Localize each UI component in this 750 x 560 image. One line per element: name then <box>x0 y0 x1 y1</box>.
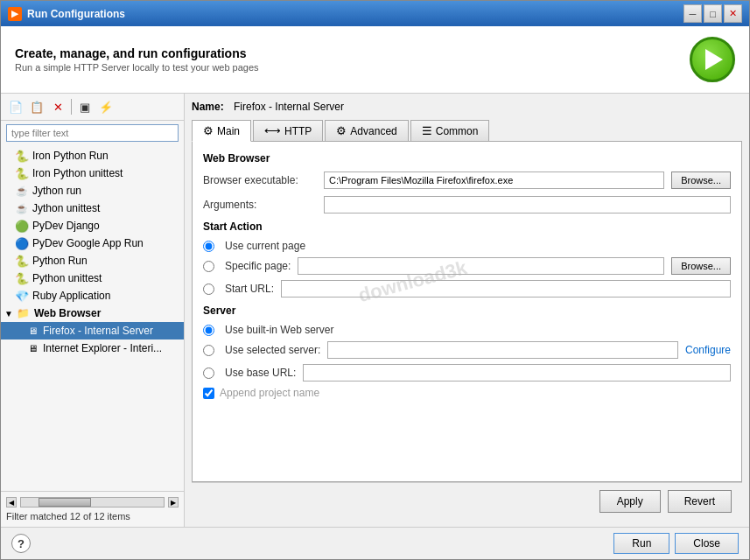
selected-server-radio[interactable] <box>203 345 214 356</box>
filter-input[interactable] <box>6 124 179 142</box>
run-button[interactable] <box>690 37 735 82</box>
tab-main[interactable]: ⚙ Main <box>192 120 251 142</box>
start-action-section-label: Start Action <box>203 220 731 233</box>
tree-item-iron-python-unittest[interactable]: 🐍 Iron Python unittest <box>1 164 184 182</box>
tree-item-label: Iron Python unittest <box>32 167 123 179</box>
base-url-input[interactable] <box>303 364 731 382</box>
ie-internal-icon: 🖥 <box>25 341 39 355</box>
selected-server-dropdown[interactable] <box>327 341 678 359</box>
title-bar: ▶ Run Configurations ─ □ ✕ <box>1 1 749 26</box>
jython-run-icon: ☕ <box>15 184 29 198</box>
use-current-page-radio[interactable] <box>203 241 214 252</box>
help-button[interactable]: ? <box>11 534 31 553</box>
horizontal-scrollbar[interactable] <box>20 497 165 508</box>
use-current-page-label: Use current page <box>225 240 305 252</box>
selected-server-row: Use selected server: Configure <box>203 341 731 359</box>
start-url-row: Start URL: <box>203 280 731 298</box>
jython-unittest-icon: ☕ <box>15 201 29 215</box>
append-project-row: Append project name <box>203 387 731 399</box>
window-controls: ─ □ ✕ <box>683 4 742 23</box>
run-triangle-icon <box>705 49 723 70</box>
scroll-left-button[interactable]: ◀ <box>6 497 17 508</box>
tree-subitem-label: Internet Explorer - Interi... <box>43 342 162 354</box>
tab-advanced[interactable]: ⚙ Advanced <box>325 120 408 141</box>
tab-http-label: HTTP <box>284 125 312 137</box>
pydev-google-icon: 🔵 <box>15 236 29 250</box>
apply-button[interactable]: Apply <box>599 490 661 513</box>
configure-link[interactable]: Configure <box>685 344 731 356</box>
filter-config-button[interactable]: ▣ <box>75 97 95 116</box>
tree-item-label: Ruby Application <box>32 290 110 302</box>
header-title: Create, manage, and run configurations <box>15 46 259 60</box>
close-button[interactable]: ✕ <box>724 4 742 23</box>
specific-page-radio[interactable] <box>203 261 214 272</box>
config-name-value: Firefox - Internal Server <box>234 101 344 113</box>
right-panel: Name: Firefox - Internal Server ⚙ Main ⟷… <box>185 94 749 527</box>
browser-exe-input[interactable] <box>324 172 664 189</box>
delete-config-button[interactable]: ✕ <box>48 97 67 116</box>
header-subtitle: Run a simple HTTP Server locally to test… <box>15 62 259 73</box>
close-button-footer[interactable]: Close <box>675 533 739 554</box>
server-section-label: Server <box>203 304 731 317</box>
tree-item-pydev-django[interactable]: 🟢 PyDev Django <box>1 217 184 234</box>
specific-page-row: Specific page: Browse... <box>203 257 731 275</box>
base-url-radio[interactable] <box>203 368 214 379</box>
tree-item-python-run[interactable]: 🐍 Python Run <box>1 252 184 270</box>
horizontal-scrollbar-area: ◀ ▶ <box>6 495 179 509</box>
tree-item-python-unittest[interactable]: 🐍 Python unittest <box>1 270 184 287</box>
tree-item-label: Iron Python Run <box>32 150 109 162</box>
web-browser-section-label: Web Browser <box>203 152 731 164</box>
tree-item-jython-unittest[interactable]: ☕ Jython unittest <box>1 200 184 217</box>
revert-button[interactable]: Revert <box>668 490 732 513</box>
tree-category-web-browser[interactable]: ▼ 📁 Web Browser <box>1 304 184 322</box>
tree-item-pydev-google-app[interactable]: 🔵 PyDev Google App Run <box>1 234 184 252</box>
collapse-config-button[interactable]: ⚡ <box>96 97 116 116</box>
expand-icon: ▼ <box>4 309 13 318</box>
start-url-radio[interactable] <box>203 284 214 295</box>
tab-http[interactable]: ⟷ HTTP <box>253 120 323 141</box>
tree-item-firefox-internal[interactable]: 🖥 Firefox - Internal Server <box>1 322 184 340</box>
specific-page-input[interactable] <box>298 257 664 275</box>
tree-item-iron-python-run[interactable]: 🐍 Iron Python Run <box>1 147 184 164</box>
bottom-bar: Apply Revert <box>192 482 742 520</box>
tree-subitem-label: Firefox - Internal Server <box>43 325 153 337</box>
filter-status: Filter matched 12 of 12 items <box>6 509 179 523</box>
tab-common-label: Common <box>436 125 479 137</box>
tree-item-jython-run[interactable]: ☕ Jython run <box>1 182 184 200</box>
base-url-row: Use base URL: <box>203 364 731 382</box>
tree-category-label: Web Browser <box>34 307 101 319</box>
browse-specific-button[interactable]: Browse... <box>671 257 731 275</box>
maximize-button[interactable]: □ <box>704 4 722 23</box>
new-config-button[interactable]: 📄 <box>6 97 25 116</box>
title-bar-text: Run Configurations <box>27 8 678 20</box>
duplicate-config-button[interactable]: 📋 <box>27 97 46 116</box>
tree-list: 🐍 Iron Python Run 🐍 Iron Python unittest… <box>1 145 184 491</box>
header-area: Create, manage, and run configurations R… <box>1 26 749 94</box>
tab-common[interactable]: ☰ Common <box>410 120 490 141</box>
tree-item-ruby-application[interactable]: 💎 Ruby Application <box>1 287 184 304</box>
append-project-checkbox[interactable] <box>203 388 214 399</box>
toolbar-separator <box>71 99 72 115</box>
common-tab-icon: ☰ <box>422 124 432 137</box>
http-tab-icon: ⟷ <box>264 124 281 137</box>
selected-server-dropdown-row: Configure <box>327 341 731 359</box>
ruby-application-icon: 💎 <box>15 289 29 303</box>
scroll-right-button[interactable]: ▶ <box>168 497 179 508</box>
firefox-internal-icon: 🖥 <box>25 324 39 338</box>
browse-exe-button[interactable]: Browse... <box>671 172 731 189</box>
python-run-icon: 🐍 <box>15 254 29 268</box>
minimize-button[interactable]: ─ <box>683 4 702 23</box>
left-bottom: ◀ ▶ Filter matched 12 of 12 items <box>1 491 184 527</box>
header-text: Create, manage, and run configurations R… <box>15 46 259 73</box>
start-url-input[interactable] <box>281 280 731 298</box>
main-content: 📄 📋 ✕ ▣ ⚡ 🐍 Iron Python Run 🐍 Iron Pytho… <box>1 94 749 527</box>
run-button-footer[interactable]: Run <box>613 533 669 554</box>
builtin-server-radio[interactable] <box>203 325 214 336</box>
iron-python-unittest-icon: 🐍 <box>15 166 29 180</box>
tree-item-ie-internal[interactable]: 🖥 Internet Explorer - Interi... <box>1 340 184 357</box>
selected-server-label: Use selected server: <box>225 344 320 356</box>
advanced-tab-icon: ⚙ <box>336 124 347 137</box>
toolbar: 📄 📋 ✕ ▣ ⚡ <box>1 94 184 121</box>
tab-advanced-label: Advanced <box>350 125 396 137</box>
arguments-input[interactable] <box>324 196 731 214</box>
